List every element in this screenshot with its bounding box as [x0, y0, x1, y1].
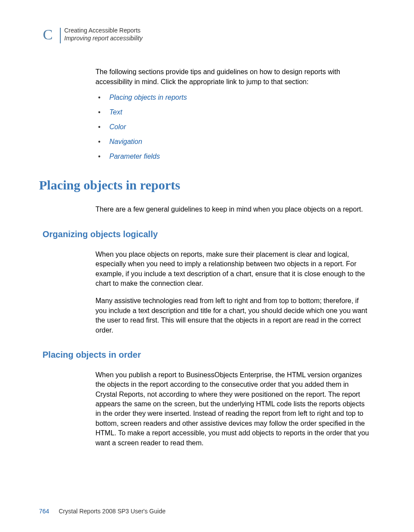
- list-item: Color: [95, 123, 371, 131]
- list-item: Text: [95, 108, 371, 116]
- sub1-paragraph-2: Many assistive technologies read from le…: [95, 296, 371, 335]
- page-container: C Creating Accessible Reports Improving …: [0, 0, 414, 532]
- link-parameter-fields[interactable]: Parameter fields: [109, 153, 160, 160]
- sub2-paragraph-1: When you publish a report to BusinessObj…: [95, 370, 371, 448]
- link-navigation[interactable]: Navigation: [109, 138, 142, 145]
- link-placing-objects[interactable]: Placing objects in reports: [109, 94, 187, 101]
- heading-placing-objects-in-reports: Placing objects in reports: [39, 178, 375, 193]
- heading-placing-objects-in-order: Placing objects in order: [43, 350, 375, 360]
- link-text[interactable]: Text: [109, 108, 122, 116]
- list-item: Navigation: [95, 138, 371, 146]
- page-footer: 764 Crystal Reports 2008 SP3 User's Guid…: [39, 508, 165, 515]
- list-item: Parameter fields: [95, 153, 371, 160]
- intro-block: The following sections provide tips and …: [95, 67, 371, 160]
- intro-paragraph: The following sections provide tips and …: [95, 67, 371, 87]
- section1-body: There are a few general guidelines to ke…: [95, 205, 371, 214]
- page-header: C Creating Accessible Reports Improving …: [39, 26, 375, 43]
- list-item: Placing objects in reports: [95, 94, 371, 101]
- section-breadcrumb: Improving report accessibility: [64, 35, 143, 42]
- appendix-letter: C: [43, 26, 53, 43]
- chapter-title: Creating Accessible Reports: [64, 27, 143, 34]
- appendix-badge: C: [39, 26, 56, 43]
- sub1-paragraph-1: When you place objects on reports, make …: [95, 250, 371, 289]
- link-list: Placing objects in reports Text Color Na…: [95, 94, 371, 160]
- link-color[interactable]: Color: [109, 123, 126, 131]
- sub1-body: When you place objects on reports, make …: [95, 250, 371, 335]
- header-text-block: Creating Accessible Reports Improving re…: [64, 26, 143, 42]
- header-divider: [60, 28, 61, 43]
- section1-paragraph: There are a few general guidelines to ke…: [95, 205, 371, 214]
- footer-doc-title: Crystal Reports 2008 SP3 User's Guide: [59, 508, 165, 515]
- sub2-body: When you publish a report to BusinessObj…: [95, 370, 371, 448]
- page-number: 764: [39, 508, 49, 515]
- heading-organizing-objects-logically: Organizing objects logically: [43, 229, 375, 239]
